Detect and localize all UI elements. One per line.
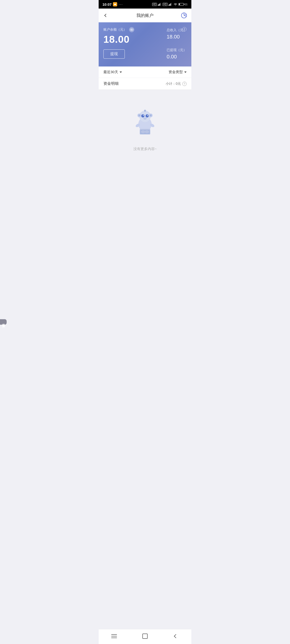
status-time: 10:07	[102, 2, 112, 6]
eye-svg	[130, 28, 133, 31]
svg-rect-3	[159, 4, 159, 6]
status-left: 10:07 ···	[102, 2, 123, 6]
signal2-icon	[169, 3, 172, 6]
withdrawn-section: 已提现（元） 0.00	[167, 48, 187, 60]
chart-icon	[181, 12, 187, 18]
hamburger-line-1	[111, 634, 117, 635]
eye-icon[interactable]	[129, 27, 134, 32]
hamburger-icon	[111, 634, 117, 638]
withdrawn-label: 已提现（元）	[167, 48, 187, 52]
hd-icon: HD	[152, 3, 157, 6]
details-header: 资金明细 小计：0元 ?	[99, 78, 191, 90]
hd2-icon: HD	[163, 3, 167, 6]
svg-point-23	[143, 115, 144, 116]
svg-rect-6	[169, 5, 169, 6]
back-arrow-icon	[104, 14, 108, 17]
battery-percent: 11	[185, 3, 188, 6]
withdrawn-amount: 0.00	[167, 54, 187, 60]
home-nav-button[interactable]	[140, 632, 150, 640]
income-amount: 18.00	[167, 34, 187, 40]
battery-icon	[178, 3, 184, 6]
date-dropdown-icon	[120, 72, 122, 73]
robot-svg	[126, 104, 164, 142]
svg-point-17	[138, 114, 140, 116]
hamburger-line-2	[111, 636, 117, 636]
date-filter-label: 最近30天	[103, 70, 118, 74]
subtotal-section: 小计：0元 ?	[166, 82, 187, 86]
type-filter[interactable]: 资金类型	[169, 70, 187, 74]
filter-bar: 最近30天 资金类型	[99, 66, 191, 78]
page-title: 我的账户	[136, 12, 154, 18]
empty-text: 没有更多内容~	[133, 147, 157, 151]
svg-point-18	[150, 114, 152, 116]
status-icons: HD HD 11	[152, 3, 188, 6]
bottom-nav	[99, 629, 191, 644]
menu-nav-button[interactable]	[109, 632, 119, 640]
svg-rect-5	[160, 3, 161, 6]
balance-section: 账户余额（元） 18.00 提现	[103, 27, 134, 59]
svg-point-14	[139, 111, 151, 122]
square-icon	[142, 634, 148, 639]
status-bar: 10:07 ··· HD HD	[99, 0, 191, 8]
type-filter-label: 资金类型	[169, 70, 183, 74]
subtotal-text: 小计：0元	[166, 82, 181, 86]
svg-point-21	[142, 115, 144, 117]
svg-rect-2	[158, 5, 159, 6]
date-filter[interactable]: 最近30天	[103, 70, 122, 74]
back-nav-icon	[174, 634, 178, 638]
hamburger-line-3	[111, 638, 117, 638]
chart-button[interactable]	[180, 12, 188, 19]
svg-rect-9	[171, 3, 172, 6]
svg-rect-7	[169, 4, 170, 6]
svg-point-22	[146, 115, 148, 117]
notification-icon	[113, 2, 117, 6]
income-section: ? 总收入（元） 18.00 已提现（元） 0.00	[167, 27, 187, 60]
robot-illustration	[126, 104, 164, 142]
back-button[interactable]	[102, 12, 110, 19]
svg-point-12	[131, 29, 132, 30]
page-header: 我的账户	[99, 8, 191, 22]
subtotal-help-icon[interactable]: ?	[182, 82, 187, 86]
svg-point-24	[147, 115, 148, 116]
wifi-icon	[173, 3, 178, 6]
balance-amount: 18.00	[103, 34, 134, 45]
svg-point-34	[145, 130, 149, 133]
back-nav-button[interactable]	[171, 632, 181, 640]
account-banner: 账户余额（元） 18.00 提现 ? 总收入（元） 18.00 已	[99, 22, 191, 66]
details-label: 资金明细	[103, 81, 119, 86]
type-dropdown-icon	[184, 72, 187, 73]
more-dots: ···	[119, 2, 123, 6]
empty-state: 没有更多内容~	[99, 90, 191, 208]
withdraw-button[interactable]: 提现	[103, 50, 125, 59]
balance-label: 账户余额（元）	[103, 27, 134, 32]
svg-rect-4	[159, 4, 160, 6]
svg-rect-8	[170, 4, 171, 6]
help-icon[interactable]: ?	[182, 27, 187, 31]
signal-icon	[158, 3, 162, 6]
